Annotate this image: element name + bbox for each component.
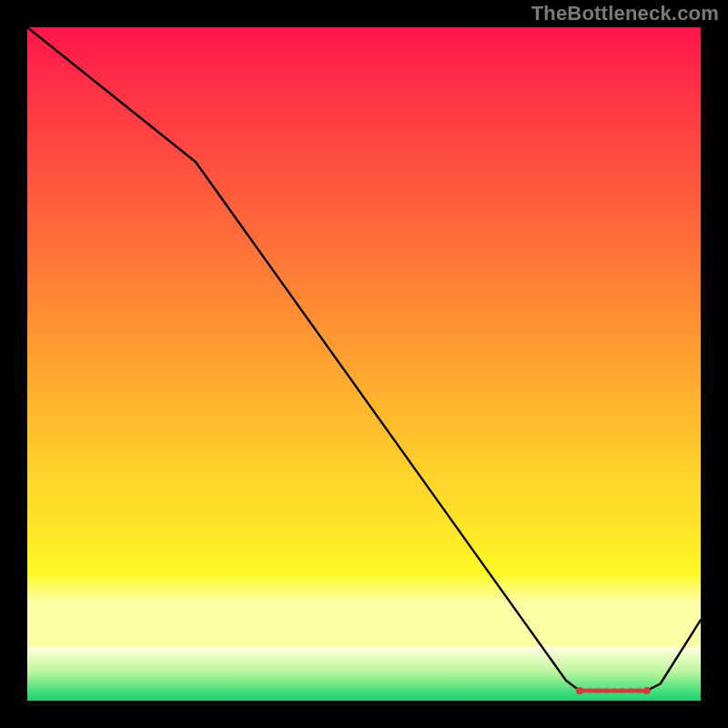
chart-svg <box>27 27 701 701</box>
sweet-spot-endpoint <box>643 687 651 694</box>
bottleneck-curve <box>27 27 701 691</box>
sweet-spot-endpoint <box>576 687 583 694</box>
chart-container: TheBottleneck.com <box>0 0 728 728</box>
watermark-text: TheBottleneck.com <box>531 2 719 25</box>
sweet-spot-markers <box>576 687 651 694</box>
plot-area <box>27 27 701 701</box>
